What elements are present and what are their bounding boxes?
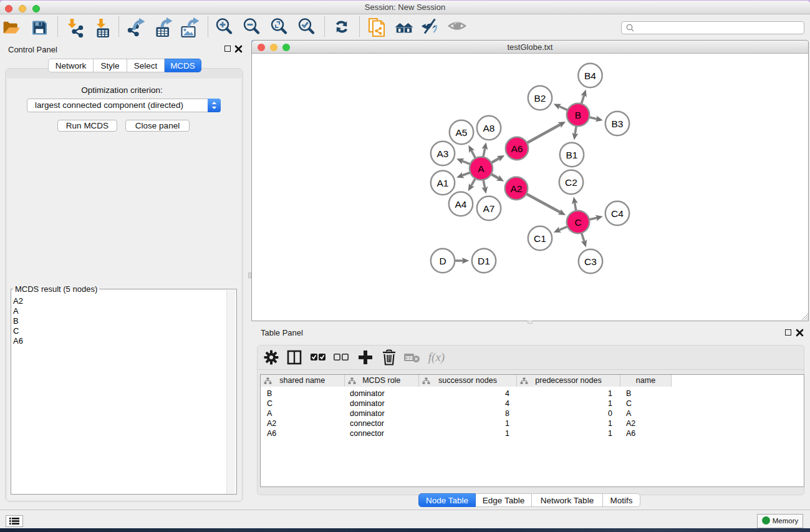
svg-text:B: B — [575, 110, 581, 120]
svg-text:D1: D1 — [478, 256, 490, 266]
svg-text:C4: C4 — [611, 208, 624, 219]
svg-text:A3: A3 — [437, 148, 449, 159]
svg-text:A2: A2 — [511, 183, 523, 194]
svg-text:C: C — [574, 217, 581, 228]
svg-text:C1: C1 — [534, 233, 546, 244]
svg-text:C2: C2 — [565, 177, 577, 188]
svg-text:B3: B3 — [612, 118, 624, 129]
svg-text:A: A — [478, 163, 485, 174]
svg-text:f(x): f(x) — [428, 351, 445, 364]
svg-text:A6: A6 — [511, 143, 523, 154]
svg-text:A8: A8 — [483, 123, 495, 133]
svg-text:B1: B1 — [566, 150, 578, 160]
svg-text:B2: B2 — [534, 93, 546, 104]
svg-text:A4: A4 — [455, 199, 467, 210]
svg-text:B4: B4 — [584, 70, 596, 81]
svg-text:C3: C3 — [584, 256, 597, 267]
svg-text:A5: A5 — [456, 127, 468, 138]
svg-text:A7: A7 — [483, 203, 495, 214]
svg-text:D: D — [439, 256, 446, 266]
svg-text:A1: A1 — [437, 178, 449, 188]
